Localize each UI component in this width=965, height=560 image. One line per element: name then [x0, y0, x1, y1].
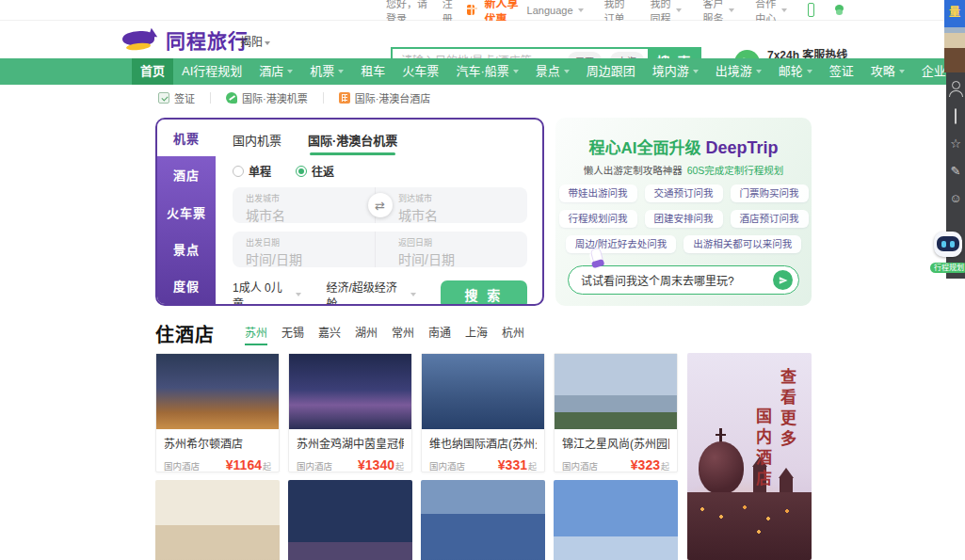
city-tab-shanghai[interactable]: 上海	[465, 324, 488, 345]
return-date-field[interactable]: 返回日期 时间/日期	[375, 232, 527, 267]
hotel-card[interactable]: 锦江之星风尚(苏州园区独... 国内酒店 ¥323起	[554, 353, 678, 472]
quick-link-intl-flights[interactable]: 国际·港澳机票	[226, 90, 308, 105]
nav-item-outbound-travel[interactable]: 出境游	[707, 58, 770, 85]
sidebar-item-hotels[interactable]: 酒店	[157, 156, 216, 193]
wechat-icon[interactable]	[835, 5, 843, 15]
view-more-text: 查看更多	[775, 368, 798, 451]
ai-topic-pill[interactable]: 带娃出游问我	[559, 184, 637, 202]
passengers-select[interactable]: 1成人 0儿童	[233, 279, 301, 306]
robot-head-icon	[934, 232, 962, 257]
cathedral-dome	[699, 441, 744, 494]
hotel-card[interactable]: 维也纳国际酒店(苏州火车... 国内酒店 ¥331起	[421, 353, 545, 472]
robot-label: 行程规划	[930, 263, 965, 273]
date-fields: 出发日期 时间/日期 返回日期 时间/日期	[233, 232, 527, 267]
account-icon[interactable]	[948, 81, 963, 98]
nav-item-local-tours[interactable]: 周边跟团	[578, 58, 644, 85]
ai-assistant-robot[interactable]: 行程规划	[930, 232, 965, 274]
cathedral-base	[687, 492, 812, 560]
nav-item-train[interactable]: 火车票	[394, 58, 447, 85]
ai-topic-pill[interactable]: 行程规划问我	[559, 210, 637, 228]
depart-city-field[interactable]: 出发城市 城市名	[233, 187, 375, 223]
nav-item-domestic-travel[interactable]: 境内游	[644, 58, 707, 85]
sidebar-item-vacation[interactable]: 度假	[157, 267, 216, 304]
nav-item-attractions[interactable]: 景点	[527, 58, 578, 85]
tongcheng-homepage: 您好，请登录 注册 新人享优惠 Language 我的订单 我的同程 客户服务 …	[0, 0, 965, 560]
arrive-city-field[interactable]: 到达城市 城市名	[375, 187, 527, 223]
city-tab-jiaxing[interactable]: 嘉兴	[318, 324, 341, 345]
feedback-edit-icon[interactable]: ✎	[948, 163, 963, 180]
nav-item-ai-planner[interactable]: AI行程规划	[173, 58, 250, 85]
nav-item-cruise[interactable]: 邮轮	[770, 58, 821, 85]
nav-item-guides[interactable]: 攻略	[862, 58, 913, 85]
side-ad-banner[interactable]: 量	[944, 0, 965, 72]
send-button[interactable]	[773, 270, 793, 290]
chevron-down-icon	[513, 70, 519, 73]
favorites-star-icon[interactable]: ☆	[948, 136, 963, 152]
ai-topic-pill[interactable]: 交通预订问我	[645, 184, 723, 202]
cabin-class-select[interactable]: 经济/超级经济舱	[326, 279, 415, 306]
round-trip-radio[interactable]: 往返	[296, 163, 334, 179]
chevron-down-icon	[676, 8, 682, 12]
language-menu[interactable]: Language	[527, 5, 584, 16]
orders-icon[interactable]	[948, 108, 963, 125]
ai-topic-pill[interactable]: 出游相关都可以来问我	[684, 235, 801, 253]
quick-link-intl-hotels[interactable]: 国际·港澳台酒店	[339, 90, 431, 105]
nav-item-visa[interactable]: 签证	[821, 58, 862, 85]
ai-topic-pill[interactable]: 周边/附近好去处问我	[566, 235, 676, 253]
chevron-down-icon	[265, 41, 270, 45]
city-fields: 出发城市 城市名 ⇄ 到达城市 城市名	[233, 187, 527, 223]
hotel-photo[interactable]	[288, 480, 412, 560]
nav-item-hotel[interactable]: 酒店	[250, 58, 301, 85]
booking-bottom-row: 1成人 0儿童 经济/超级经济舱 搜 索	[233, 279, 527, 306]
nav-item-home[interactable]: 首页	[132, 58, 173, 85]
tab-domestic-flights[interactable]: 国内机票	[233, 131, 281, 155]
hotel-photo[interactable]	[421, 480, 545, 560]
ai-chat-input[interactable]: 试试看问我这个周末去哪里玩?	[568, 265, 799, 295]
depart-date-field[interactable]: 出发日期 时间/日期	[233, 232, 375, 267]
city-tab-nantong[interactable]: 南通	[428, 324, 451, 345]
gift-icon	[467, 5, 474, 15]
hotel-building-icon	[339, 92, 350, 104]
hotel-card[interactable]: 苏州金鸡湖中茵皇冠假日... 国内酒店 ¥1340起	[288, 353, 412, 472]
city-selector[interactable]: 揭阳	[240, 33, 270, 49]
city-tab-suzhou[interactable]: 苏州	[245, 324, 267, 345]
city-tab-hangzhou[interactable]: 杭州	[502, 324, 524, 345]
hotel-photo[interactable]	[554, 480, 678, 560]
hotels-section-header: 住酒店 苏州 无锡 嘉兴 湖州 常州 南通 上海 杭州	[155, 320, 524, 347]
ai-topic-pill[interactable]: 酒店预订问我	[731, 210, 809, 228]
ai-topic-pill[interactable]: 门票购买问我	[731, 184, 809, 202]
hotel-price: ¥323起	[631, 457, 669, 472]
service-smiley-icon[interactable]: ☺	[948, 190, 963, 207]
chevron-down-icon	[564, 70, 570, 73]
ai-promo-panel: 程心AI全面升级DeepTrip 懒人出游定制攻略神器60S完成定制行程规划 带…	[555, 118, 812, 306]
nav-item-car-rental[interactable]: 租车	[352, 58, 394, 85]
ai-chat-input-wrap: 试试看问我这个周末去哪里玩?	[568, 265, 799, 295]
ai-topic-pill[interactable]: 团建安排问我	[645, 210, 723, 228]
hotel-photo[interactable]	[155, 480, 280, 560]
sidebar-item-flights[interactable]: 机票	[157, 120, 216, 156]
brand-logo[interactable]: 同程旅行	[122, 25, 249, 54]
chevron-down-icon	[693, 70, 699, 73]
one-way-radio[interactable]: 单程	[233, 163, 271, 179]
hotel-card[interactable]: 苏州希尔顿酒店 国内酒店 ¥1164起	[155, 353, 280, 472]
sidebar-item-attractions[interactable]: 景点	[157, 231, 216, 267]
mobile-app-icon[interactable]	[808, 3, 814, 17]
nav-item-bus-ferry[interactable]: 汽车·船票	[447, 58, 526, 85]
tab-international-flights[interactable]: 国际·港澳台机票	[308, 131, 397, 155]
swap-cities-button[interactable]: ⇄	[368, 193, 393, 217]
nav-item-flight[interactable]: 机票	[301, 58, 352, 85]
view-more-hotels-card[interactable]: 查看更多 国内酒店	[687, 353, 812, 560]
chevron-down-icon	[410, 293, 416, 296]
hotels-section-title: 住酒店	[155, 320, 215, 347]
ai-promo-subtitle: 懒人出游定制攻略神器60S完成定制行程规划	[555, 163, 812, 177]
city-tab-changzhou[interactable]: 常州	[392, 324, 414, 345]
hotel-price: ¥1340起	[358, 457, 404, 472]
hotel-price: ¥331起	[498, 457, 537, 472]
quick-link-visa[interactable]: 签证	[158, 90, 195, 105]
sidebar-item-trains[interactable]: 火车票	[157, 193, 216, 230]
city-tab-huzhou[interactable]: 湖州	[355, 324, 378, 345]
city-tab-wuxi[interactable]: 无锡	[281, 324, 304, 345]
flight-search-button[interactable]: 搜 索	[441, 280, 527, 306]
chevron-down-icon	[781, 8, 787, 12]
chevron-down-icon	[578, 8, 584, 12]
